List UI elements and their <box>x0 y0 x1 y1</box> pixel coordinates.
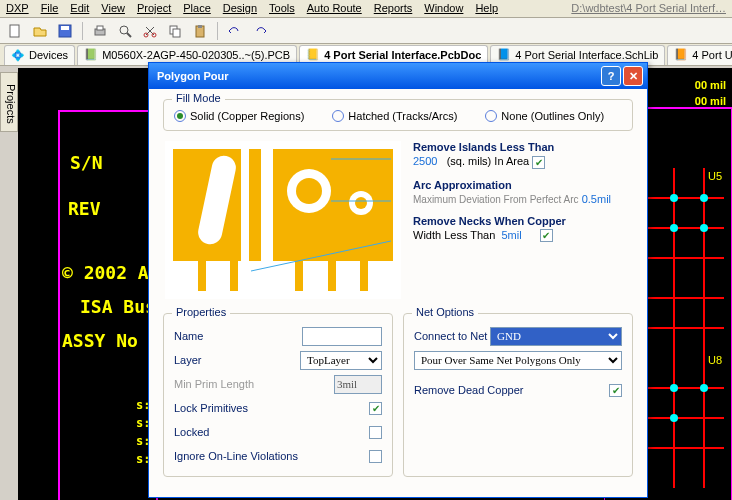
menu-project[interactable]: Project <box>137 2 171 15</box>
net-options-group: Net Options Connect to NetGND Pour Over … <box>403 313 633 477</box>
silk-sn: S/N <box>70 152 103 173</box>
pcb-doc-icon: 📒 <box>306 48 320 62</box>
remove-dead-label: Remove Dead Copper <box>414 384 609 396</box>
silk-isa: ISA Bus <box>80 296 156 317</box>
necks-checkbox[interactable]: ✔ <box>540 229 553 242</box>
svg-point-21 <box>670 384 678 392</box>
menu-reports[interactable]: Reports <box>374 2 413 15</box>
silk-u8: U8 <box>708 354 722 366</box>
sidebar-projects-tab[interactable]: Projects <box>0 72 18 132</box>
cut-icon[interactable] <box>139 20 161 42</box>
svg-point-15 <box>670 194 678 202</box>
dialog-titlebar[interactable]: Polygon Pour ? ✕ <box>149 63 647 89</box>
arc-value[interactable]: 0.5mil <box>582 193 611 205</box>
fill-mode-label: Fill Mode <box>172 92 225 104</box>
menu-window[interactable]: Window <box>424 2 463 15</box>
layer-label: Layer <box>174 354 300 366</box>
necks-title: Remove Necks When Copper <box>413 215 631 227</box>
new-file-icon[interactable] <box>4 20 26 42</box>
menu-view[interactable]: View <box>101 2 125 15</box>
necks-value[interactable]: 5mil <box>501 229 521 241</box>
arc-subtitle: Maximum Deviation From Perfect Arc <box>413 194 579 205</box>
lockprim-label: Lock Primitives <box>174 402 369 414</box>
islands-value[interactable]: 2500 <box>413 155 437 167</box>
radio-icon <box>332 110 344 122</box>
necks-prefix: Width Less Than <box>413 229 495 241</box>
islands-unit: (sq. mils) In Area <box>447 155 530 167</box>
save-icon[interactable] <box>54 20 76 42</box>
radio-icon <box>174 110 186 122</box>
silk-rev: REV <box>68 198 101 219</box>
file-path-hint: D:\wdbtest\4 Port Serial Interf… <box>571 2 726 15</box>
svg-point-18 <box>670 224 678 232</box>
fill-mode-group: Fill Mode Solid (Copper Regions) Hatched… <box>163 99 633 131</box>
locked-checkbox[interactable] <box>369 426 382 439</box>
sch-doc-icon: 📙 <box>674 48 688 62</box>
print-icon[interactable] <box>89 20 111 42</box>
redo-icon[interactable] <box>249 20 271 42</box>
radio-icon <box>485 110 497 122</box>
silk-copyright: © 2002 A <box>62 262 149 283</box>
ignore-checkbox[interactable] <box>369 450 382 463</box>
svg-point-22 <box>700 384 708 392</box>
menu-autoroute[interactable]: Auto Route <box>307 2 362 15</box>
properties-label: Properties <box>172 306 230 318</box>
close-button[interactable]: ✕ <box>623 66 643 86</box>
name-label: Name <box>174 330 302 342</box>
menu-dxp[interactable]: DXP <box>6 2 29 15</box>
silk-assy: ASSY No <box>62 330 138 351</box>
sch-doc-icon: 📘 <box>497 48 511 62</box>
menu-tools[interactable]: Tools <box>269 2 295 15</box>
svg-line-6 <box>127 33 131 37</box>
islands-title: Remove Islands Less Than <box>413 141 631 153</box>
menu-help[interactable]: Help <box>475 2 498 15</box>
menu-bar: DXP File Edit View Project Place Design … <box>0 0 732 18</box>
menu-design[interactable]: Design <box>223 2 257 15</box>
layer-select[interactable]: TopLayer <box>300 351 382 370</box>
undo-icon[interactable] <box>224 20 246 42</box>
svg-point-24 <box>670 414 678 422</box>
zoom-icon[interactable] <box>114 20 136 42</box>
locked-label: Locked <box>174 426 369 438</box>
properties-group: Properties Name LayerTopLayer Min Prim L… <box>163 313 393 477</box>
svg-rect-0 <box>10 25 19 37</box>
name-input[interactable] <box>302 327 382 346</box>
tab-doc-3[interactable]: 📙 4 Port UART and Line Drivers.S <box>667 45 732 65</box>
svg-rect-12 <box>198 25 202 28</box>
radio-none[interactable]: None (Outlines Only) <box>485 110 604 122</box>
lockprim-checkbox[interactable]: ✔ <box>369 402 382 415</box>
islands-checkbox[interactable]: ✔ <box>532 156 545 169</box>
devices-icon: 💠 <box>11 49 25 62</box>
minprim-input <box>334 375 382 394</box>
radio-solid[interactable]: Solid (Copper Regions) <box>174 110 304 122</box>
ignore-label: Ignore On-Line Violations <box>174 450 369 462</box>
radio-hatched[interactable]: Hatched (Tracks/Arcs) <box>332 110 457 122</box>
pcb-doc-icon: 📗 <box>84 48 98 62</box>
dialog-title: Polygon Pour <box>157 70 599 82</box>
remove-dead-checkbox[interactable]: ✔ <box>609 384 622 397</box>
svg-rect-2 <box>61 26 69 30</box>
connect-label: Connect to Net <box>414 330 490 342</box>
menu-place[interactable]: Place <box>183 2 211 15</box>
svg-rect-10 <box>173 29 180 37</box>
open-icon[interactable] <box>29 20 51 42</box>
paste-icon[interactable] <box>189 20 211 42</box>
tab-devices[interactable]: 💠 Devices <box>4 45 75 65</box>
arc-title: Arc Approximation <box>413 179 631 191</box>
polygon-pour-dialog: Polygon Pour ? ✕ Fill Mode Solid (Copper… <box>148 62 648 498</box>
menu-file[interactable]: File <box>41 2 59 15</box>
connect-net-select[interactable]: GND <box>490 327 622 346</box>
main-toolbar <box>0 18 732 44</box>
svg-point-19 <box>700 224 708 232</box>
svg-rect-4 <box>97 26 103 30</box>
svg-point-16 <box>700 194 708 202</box>
copy-icon[interactable] <box>164 20 186 42</box>
fill-preview <box>165 141 401 299</box>
svg-point-5 <box>120 26 128 34</box>
pour-mode-select[interactable]: Pour Over Same Net Polygons Only <box>414 351 622 370</box>
menu-edit[interactable]: Edit <box>70 2 89 15</box>
silk-u5: U5 <box>708 170 722 182</box>
net-options-label: Net Options <box>412 306 478 318</box>
minprim-label: Min Prim Length <box>174 378 334 390</box>
help-button[interactable]: ? <box>601 66 621 86</box>
